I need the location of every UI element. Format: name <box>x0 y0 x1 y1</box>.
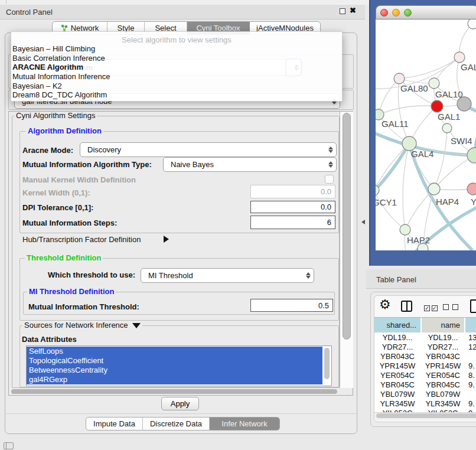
table-cell: YER054C <box>422 371 464 380</box>
table-row[interactable]: YBL079WYBL079W <box>374 390 476 399</box>
network-node-label: GCY1 <box>376 197 397 207</box>
network-node-y[interactable] <box>467 183 476 195</box>
network-edge[interactable] <box>399 57 459 79</box>
columns-icon[interactable] <box>401 301 412 312</box>
network-node-gal1[interactable] <box>431 100 443 112</box>
table-cell: YDR27... <box>374 343 420 352</box>
network-node[interactable] <box>442 123 452 133</box>
network-edge[interactable] <box>403 144 409 230</box>
restore-panel-icon[interactable] <box>4 442 14 449</box>
new-table-icon[interactable] <box>470 299 476 313</box>
column-header-name[interactable]: name <box>422 318 464 332</box>
network-node-label: GAL10 <box>435 89 463 99</box>
dropdown-option[interactable]: Bayesian – K2 <box>11 81 342 91</box>
column-header-hidden[interactable] <box>465 318 476 332</box>
settings-hscrollbar-thumb[interactable] <box>11 389 337 394</box>
column-header-shared...[interactable]: shared... <box>374 318 420 332</box>
network-node-label: Y <box>471 197 476 207</box>
list-vscrollbar-thumb[interactable] <box>324 348 330 379</box>
network-node[interactable] <box>468 19 476 29</box>
network-node-hap2[interactable] <box>400 224 410 235</box>
deselect-all-columns-icon[interactable] <box>443 303 458 312</box>
cyni-bottom-tabbar: Impute DataDiscretize DataInfer Network <box>86 417 280 431</box>
table-cell: YLR345W <box>422 399 464 409</box>
dropdown-option[interactable]: Dream8 DC_TDC Algorithm <box>11 90 342 100</box>
table-cell: YBR045C <box>374 380 420 390</box>
network-edge[interactable] <box>434 128 447 189</box>
network-node-label: HAP4 <box>436 197 459 207</box>
mi-type-label: Mutual Information Algorithm Type: <box>22 160 152 169</box>
table-cell: YBL079W <box>422 390 464 399</box>
network-node-label: GAL1 <box>438 112 460 122</box>
select-all-columns-icon[interactable]: ✓ ✓ <box>424 303 438 312</box>
table-row[interactable]: YPR145WYPR145W9. <box>374 361 476 371</box>
table-cell: 12 <box>468 343 476 352</box>
network-node-label: HAP2 <box>407 235 430 245</box>
network-node-gal7[interactable] <box>454 52 465 63</box>
network-edge[interactable] <box>376 190 405 230</box>
close-panel-icon[interactable]: ✖ <box>350 6 356 15</box>
data-attributes-list[interactable]: SelfLoopsTopologicalCoefficientBetweenne… <box>26 345 332 386</box>
sources-collapse-icon[interactable] <box>132 323 141 328</box>
dropdown-option[interactable]: ARACNE Algorithm <box>11 63 342 72</box>
apply-button[interactable]: Apply <box>161 397 199 410</box>
settings-vscrollbar-thumb[interactable] <box>343 113 351 340</box>
table-cell: YBR043C <box>374 352 420 361</box>
attribute-list-item[interactable]: BetweennessCentrality <box>27 366 322 375</box>
tab-discretize-data[interactable]: Discretize Data <box>143 418 210 430</box>
table-row[interactable]: YLR345WYLR345W9. <box>374 399 476 409</box>
float-panel-icon[interactable] <box>340 8 345 14</box>
table-cell: YBR043C <box>422 352 464 361</box>
network-edge[interactable] <box>379 106 437 115</box>
mi-threshold-field[interactable]: 0.5 <box>250 299 333 312</box>
table-hscrollbar-thumb[interactable] <box>376 413 476 418</box>
table-row[interactable]: YDR27...YDR27...12 <box>374 343 476 352</box>
close-window-icon[interactable] <box>380 9 388 17</box>
tab-impute-data[interactable]: Impute Data <box>86 418 143 430</box>
network-node[interactable] <box>418 243 428 250</box>
attribute-list-item[interactable]: TopologicalCoefficient <box>27 356 322 366</box>
table-cell: 9. <box>468 380 476 390</box>
mi-type-combobox[interactable]: Naive Bayes <box>163 157 337 172</box>
dropdown-option[interactable]: Basic Correlation Inference <box>11 54 342 63</box>
network-node-label: GAL4 <box>411 149 433 159</box>
aracne-mode-combobox[interactable]: Discovery <box>80 142 337 157</box>
hub-expand-icon[interactable] <box>164 236 169 243</box>
which-threshold-combobox[interactable]: MI Threshold <box>141 268 314 283</box>
minimize-window-icon[interactable] <box>392 9 400 17</box>
table-cell: YDL19... <box>374 333 420 343</box>
tab-infer-network[interactable]: Infer Network <box>210 418 279 430</box>
table-row[interactable]: YDL19...YDL19...13 <box>374 333 476 343</box>
kernel-width-field[interactable]: 0.0 <box>250 185 335 198</box>
dropdown-placeholder: Select algorithm to view settings <box>11 32 342 44</box>
sources-title-text: Sources for Network Inference <box>24 321 128 330</box>
dpi-tolerance-field[interactable]: 0.0 <box>250 201 335 213</box>
splitpane-collapse-icon[interactable] <box>361 220 365 224</box>
network-node-hap4[interactable] <box>428 183 440 195</box>
mi-steps-field[interactable]: 6 <box>250 216 335 229</box>
gear-icon[interactable]: ⚙ <box>379 297 391 312</box>
table-row[interactable]: YBR043CYBR043C <box>374 352 476 361</box>
table-row[interactable]: YER054CYER054C8. <box>374 371 476 380</box>
dropdown-option[interactable]: Mutual Information Inference <box>11 72 342 81</box>
table-row[interactable]: YBR045CYBR045C9. <box>374 380 476 390</box>
cyni-algorithm-settings-title: Cyni Algorithm Settings <box>14 112 97 119</box>
manual-kernel-label: Manual Kernel Width Definition <box>22 175 136 184</box>
network-window-titlebar[interactable] <box>376 5 476 19</box>
mi-steps-label: Mutual Information Steps: <box>22 219 117 227</box>
network-node-gal10[interactable] <box>429 78 439 89</box>
attribute-list-item[interactable]: gal4RGexp <box>27 375 322 384</box>
manual-kernel-checkbox[interactable] <box>325 175 334 184</box>
zoom-window-icon[interactable] <box>404 9 412 17</box>
network-node-gal80[interactable] <box>394 73 405 84</box>
table-cell <box>468 352 476 361</box>
attribute-list-item[interactable]: SelfLoops <box>27 347 322 356</box>
control-panel-title: Control Panel <box>6 8 53 17</box>
network-node[interactable] <box>457 97 471 111</box>
dropdown-option[interactable]: Bayesian – Hill Climbing <box>11 44 342 54</box>
network-node-label: GAL7 <box>461 62 476 72</box>
threshold-definition-title: Threshold Definition <box>25 254 103 262</box>
network-canvas[interactable]: GAL7GAL80GAL10GAL1GAL11SWI4GAL4GCY1HAP4Y… <box>376 19 476 250</box>
table-cell <box>468 390 476 399</box>
network-node-swi4[interactable] <box>467 148 476 163</box>
